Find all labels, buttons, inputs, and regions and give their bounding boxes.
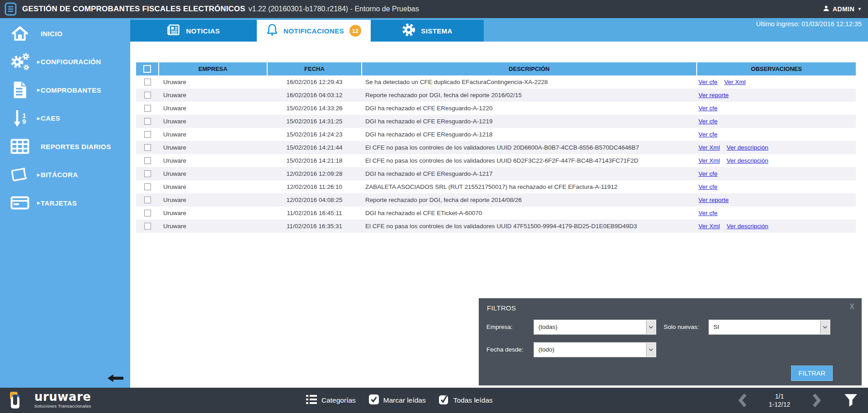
descripcion-cell: Reporte rechazado por DGI, fecha del rep… — [362, 89, 697, 102]
row-checkbox[interactable] — [144, 170, 151, 177]
fecha-cell: 15/02/2016 14:24:23 — [267, 128, 362, 141]
observaciones-cell: Ver reporte — [697, 89, 856, 102]
table-row: Uruware15/02/2016 14:21:18El CFE no pasa… — [136, 154, 856, 167]
sidebar-item-label: CAES — [41, 114, 60, 122]
observation-link[interactable]: Ver cfe — [698, 131, 717, 138]
app-window: GESTIÓN DE COMPROBANTES FISCALES ELECTRÓ… — [0, 0, 868, 413]
observation-link[interactable]: Ver cfe — [698, 105, 717, 112]
select-all-checkbox[interactable] — [143, 65, 151, 73]
row-checkbox[interactable] — [144, 131, 151, 138]
fecha-desde-filter-select[interactable]: (todo) — [533, 342, 656, 357]
todas-leidas-button[interactable]: Todas leídas — [439, 394, 493, 407]
funnel-icon[interactable] — [844, 394, 858, 407]
empresa-cell: Uruware — [159, 115, 267, 128]
sidebar-item-label: COMPROBANTES — [41, 86, 101, 94]
row-checkbox[interactable] — [144, 210, 151, 216]
chevron-right-icon[interactable] — [811, 393, 823, 408]
observation-link[interactable]: Ver descripción — [726, 157, 768, 164]
descripcion-cell: DGI ha rechazado el CFE EResguardo-A-121… — [362, 128, 697, 141]
column-header-descripcion[interactable]: DESCRIPCIÓN — [362, 62, 697, 75]
observation-link[interactable]: Ver Xml — [698, 157, 720, 164]
chevron-left-icon[interactable] — [736, 393, 748, 408]
column-header-empresa[interactable]: EMPRESA — [159, 62, 267, 75]
table-row: Uruware15/02/2016 14:24:23DGI ha rechaza… — [136, 128, 856, 141]
categorias-button[interactable]: Categorías — [306, 394, 356, 406]
observation-link[interactable]: Ver Xml — [724, 79, 745, 85]
descripcion-cell: ZABALETA ASOCIADOS SRL (RUT 215521750017… — [362, 180, 697, 193]
column-header-observaciones[interactable]: OBSERVACIONES — [697, 62, 856, 75]
observation-link[interactable]: Ver cfe — [698, 170, 717, 177]
descripcion-cell: DGI ha rechazado el CFE ETicket-A-60070 — [362, 206, 697, 220]
row-checkbox[interactable] — [144, 197, 151, 203]
empresa-filter-value: (todas) — [538, 320, 557, 334]
observaciones-cell: Ver cfe — [697, 167, 856, 180]
pagination: 1/1 1-12/12 — [736, 388, 858, 413]
sidebar-item-tarjetas[interactable]: ▶ TARJETAS — [0, 189, 130, 217]
user-menu[interactable]: ADMIN ▼ — [823, 0, 862, 18]
chevron-down-icon — [646, 320, 656, 334]
sidebar-item-comprobantes[interactable]: ▶ COMPROBANTES — [0, 76, 130, 104]
fecha-desde-filter-value: (todo) — [538, 343, 554, 357]
column-header-fecha[interactable]: FECHA — [267, 62, 362, 75]
descripcion-cell: Se ha detectado un CFE duplicado EFactur… — [362, 75, 697, 89]
tab-notificaciones-active[interactable]: NOTIFICACIONES 12 — [257, 20, 371, 42]
uruware-logo-icon — [9, 391, 30, 410]
observation-link[interactable]: Ver cfe — [698, 210, 717, 216]
app-title: GESTIÓN DE COMPROBANTES FISCALES ELECTRÓ… — [22, 5, 245, 14]
row-select-cell — [136, 75, 159, 89]
observation-link[interactable]: Ver descripción — [726, 144, 768, 151]
row-checkbox[interactable] — [144, 105, 151, 112]
observation-link[interactable]: Ver cfe — [698, 79, 717, 85]
row-select-cell — [136, 102, 159, 115]
sidebar-item-caes[interactable]: 19 ▶ CAES — [0, 104, 130, 133]
observation-link[interactable]: Ver Xml — [698, 223, 720, 230]
observation-link[interactable]: Ver descripción — [726, 223, 768, 230]
sidebar-item-reportes-diarios[interactable]: ▶ REPORTES DIARIOS — [0, 132, 130, 161]
table-row: Uruware12/02/2016 11:26:10ZABALETA ASOCI… — [136, 180, 856, 193]
solo-nuevas-filter-select[interactable]: SI — [708, 319, 830, 335]
bell-icon — [266, 23, 278, 38]
row-checkbox[interactable] — [144, 118, 151, 125]
row-checkbox[interactable] — [144, 79, 151, 85]
observation-link[interactable]: Ver cfe — [698, 183, 717, 190]
tab-label: NOTIFICACIONES — [283, 27, 344, 35]
table-row: Uruware15/02/2016 14:21:44El CFE no pasa… — [136, 141, 856, 154]
table-row: Uruware15/02/2016 14:31:25DGI ha rechaza… — [136, 115, 856, 128]
empresa-cell: Uruware — [159, 141, 267, 154]
sidebar-item-label: REPORTES DIARIOS — [41, 143, 111, 150]
row-select-cell — [136, 167, 159, 180]
table-row: Uruware11/02/2016 16:35:31El CFE no pasa… — [136, 220, 856, 233]
row-checkbox[interactable] — [144, 157, 151, 164]
row-checkbox[interactable] — [144, 223, 151, 230]
sidebar-item-inicio[interactable]: ▶ INICIO — [0, 19, 130, 48]
sidebar-item-bitacora[interactable]: ▶ BITÁCORA — [0, 161, 130, 189]
tab-sistema[interactable]: SISTEMA — [371, 20, 484, 42]
fecha-cell: 11/02/2016 16:45:11 — [267, 206, 362, 220]
observation-link[interactable]: Ver cfe — [698, 118, 717, 125]
footer-action-label: Todas leídas — [453, 396, 493, 404]
row-checkbox[interactable] — [144, 144, 151, 151]
row-checkbox[interactable] — [144, 92, 151, 99]
observation-link[interactable]: Ver Xml — [698, 144, 720, 151]
sidebar-collapse-arrow-icon[interactable] — [108, 374, 124, 384]
solo-nuevas-filter-label: Solo nuevas: — [664, 324, 699, 330]
empresa-cell: Uruware — [159, 102, 267, 115]
fecha-cell: 12/02/2016 11:26:10 — [267, 180, 362, 193]
filtrar-button[interactable]: FILTRAR — [791, 366, 833, 381]
tab-noticias[interactable]: NOTICIAS — [130, 20, 257, 42]
observaciones-cell: Ver reporte — [697, 193, 856, 206]
pagination-status: 1/1 1-12/12 — [769, 392, 790, 408]
marcar-leidas-button[interactable]: Marcar leídas — [368, 394, 426, 407]
solo-nuevas-filter-value: SI — [713, 320, 719, 334]
sidebar-item-label: TARJETAS — [41, 199, 77, 207]
empresa-filter-select[interactable]: (todas) — [533, 319, 656, 335]
notification-count-badge: 12 — [349, 25, 361, 37]
gears-icon — [8, 52, 32, 72]
close-icon[interactable]: X — [849, 303, 854, 311]
observation-link[interactable]: Ver reporte — [698, 92, 729, 99]
sidebar-item-configuracion[interactable]: ▶ CONFIGURACIÓN — [0, 48, 130, 76]
table-grid-icon — [8, 136, 32, 157]
row-checkbox[interactable] — [144, 183, 151, 190]
fecha-cell: 11/02/2016 16:35:31 — [267, 220, 362, 233]
observation-link[interactable]: Ver reporte — [698, 197, 729, 203]
